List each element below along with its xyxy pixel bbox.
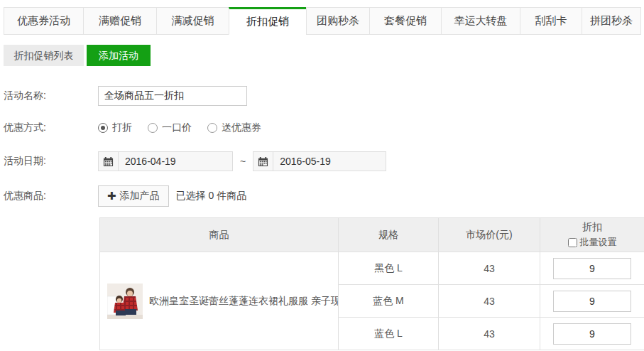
discount-method-label: 优惠方式: <box>4 122 98 134</box>
discount-cell <box>540 285 644 318</box>
spec-cell: 蓝色 L <box>339 318 439 350</box>
discount-input[interactable] <box>553 291 631 312</box>
spec-cell: 黑色 L <box>339 252 439 285</box>
radio-label: 一口价 <box>162 122 192 134</box>
activity-form: 活动名称: 优惠方式: 打折 一口价 送优惠券 活动日期 <box>0 86 644 207</box>
header-spec: 规格 <box>339 218 439 252</box>
radio-icon <box>148 123 158 133</box>
radio-label: 打折 <box>112 122 132 134</box>
tab-discount-promo[interactable]: 折扣促销 <box>229 7 307 35</box>
radio-label: 送优惠券 <box>222 122 261 134</box>
add-product-button[interactable]: ✚ 添加产品 <box>98 185 169 207</box>
radio-option-songyouhuiquan[interactable]: 送优惠券 <box>207 122 261 134</box>
subnav: 折扣促销列表 添加活动 <box>0 45 644 66</box>
tab-lucky-wheel[interactable]: 幸运大转盘 <box>441 7 520 35</box>
header-price: 市场价(元) <box>439 218 540 252</box>
calendar-icon <box>99 152 119 171</box>
price-cell: 43 <box>439 318 540 350</box>
activity-name-label: 活动名称: <box>4 90 98 102</box>
header-product: 商品 <box>100 218 339 252</box>
start-date-value: 2016-04-19 <box>119 156 176 167</box>
date-range-separator: ~ <box>240 156 246 167</box>
add-product-label: 添加产品 <box>120 190 160 202</box>
discount-cell <box>540 318 644 350</box>
product-table: 商品 规格 市场价(元) 折扣 批量设置 <box>99 217 644 350</box>
product-cell: 欧洲皇室圣诞蕾丝蓬蓬连衣裙礼服服 亲子现货 <box>100 252 339 350</box>
discount-input[interactable] <box>553 258 631 279</box>
start-date-input[interactable]: 2016-04-19 <box>98 151 233 171</box>
batch-set-label: 批量设置 <box>580 236 617 249</box>
main-tabbar: 优惠券活动 满赠促销 满减促销 折扣促销 团购秒杀 套餐促销 幸运大转盘 刮刮卡… <box>0 7 644 35</box>
product-name: 欧洲皇室圣诞蕾丝蓬蓬连衣裙礼服服 亲子现货 <box>149 295 338 308</box>
discount-input[interactable] <box>553 323 631 345</box>
price-cell: 43 <box>439 252 540 285</box>
discount-promo-list-button[interactable]: 折扣促销列表 <box>4 45 84 66</box>
end-date-value: 2016-05-19 <box>273 156 331 167</box>
promo-products-label: 优惠商品: <box>4 190 98 202</box>
radio-option-yikoujia[interactable]: 一口价 <box>148 122 192 134</box>
discount-promotion-page: 优惠券活动 满赠促销 满减促销 折扣促销 团购秒杀 套餐促销 幸运大转盘 刮刮卡… <box>0 7 644 351</box>
spec-cell: 蓝色 M <box>339 285 439 318</box>
discount-cell <box>540 252 644 285</box>
header-discount: 折扣 批量设置 <box>540 218 644 252</box>
tab-full-gift-promo[interactable]: 满赠促销 <box>83 7 157 35</box>
price-cell: 43 <box>439 285 540 318</box>
activity-date-label: 活动日期: <box>4 155 98 168</box>
selected-count-text: 已选择 0 件商品 <box>176 190 247 202</box>
tab-group-flash-sale[interactable]: 团购秒杀 <box>306 7 370 35</box>
header-discount-label: 折扣 <box>582 221 602 234</box>
tab-coupon-activity[interactable]: 优惠券活动 <box>4 7 84 35</box>
tab-pintuan-flash-sale[interactable]: 拼团秒杀 <box>582 7 641 35</box>
discount-method-radio-group: 打折 一口价 送优惠券 <box>98 122 261 134</box>
tab-full-discount-promo[interactable]: 满减促销 <box>156 7 229 35</box>
plus-icon: ✚ <box>107 190 116 202</box>
add-activity-button[interactable]: 添加活动 <box>87 45 151 66</box>
calendar-icon <box>253 152 273 171</box>
batch-set-checkbox[interactable] <box>568 238 577 247</box>
end-date-input[interactable]: 2016-05-19 <box>253 151 386 171</box>
radio-icon <box>207 123 217 133</box>
activity-name-input[interactable] <box>98 86 247 106</box>
table-row: 欧洲皇室圣诞蕾丝蓬蓬连衣裙礼服服 亲子现货 黑色 L 43 <box>100 252 644 285</box>
radio-option-dazhe[interactable]: 打折 <box>98 122 132 134</box>
table-header-row: 商品 规格 市场价(元) 折扣 批量设置 <box>100 218 644 252</box>
radio-icon <box>98 123 108 133</box>
tab-scratch-card[interactable]: 刮刮卡 <box>520 7 582 35</box>
tab-package-promo[interactable]: 套餐促销 <box>369 7 442 35</box>
product-image <box>107 284 143 319</box>
